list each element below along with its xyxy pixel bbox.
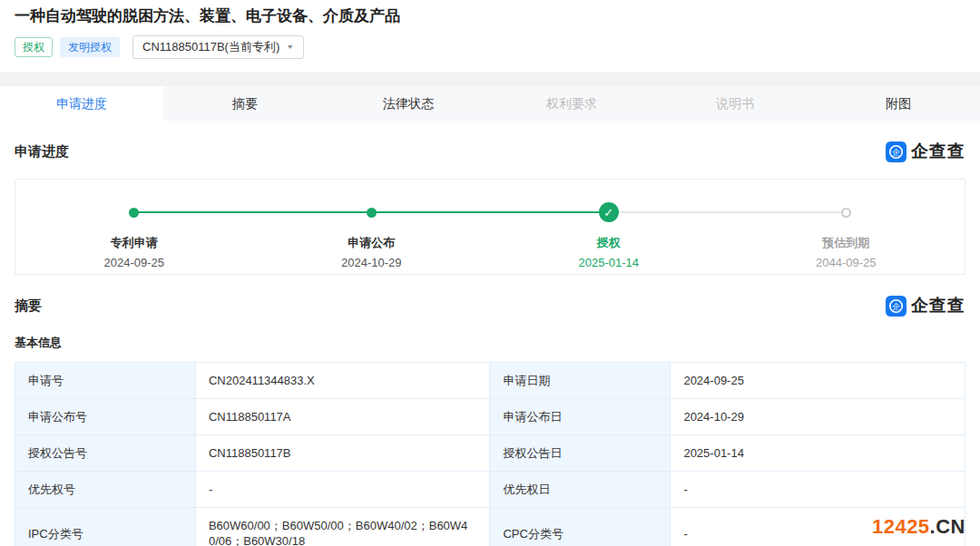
field-value: -: [195, 472, 490, 508]
field-label: 申请号: [15, 363, 196, 399]
qichacha-logo-icon: 企: [886, 296, 906, 317]
abstract-section-head: 摘要 企 企查查: [15, 294, 965, 317]
qichacha-logo-text: 企查查: [911, 140, 965, 163]
tab-3[interactable]: 法律状态: [327, 86, 490, 121]
timeline-stage-name: 授权: [597, 235, 621, 251]
timeline-stage-date: 2044-09-25: [816, 256, 877, 269]
timeline-stage-name: 申请公布: [348, 235, 395, 251]
table-row: 优先权号-优先权日-: [15, 472, 965, 508]
field-value: -: [671, 472, 965, 508]
field-value: 2025-01-14: [671, 435, 965, 472]
watermark-suffix: .CN: [930, 515, 965, 538]
basic-info-table: 申请号CN202411344833.X申请日期2024-09-25申请公布号CN…: [15, 362, 965, 546]
chevron-down-icon: ▼: [286, 44, 294, 51]
basic-info-subheading: 基本信息: [15, 335, 965, 351]
field-value: CN202411344833.X: [195, 363, 490, 399]
type-badge-invention-grant: 发明授权: [60, 37, 120, 57]
timeline-node-4: 预估到期2044-09-25: [728, 203, 965, 269]
timeline-stage-date: 2024-09-25: [104, 256, 165, 269]
timeline-node-1: 专利申请2024-09-25: [15, 203, 253, 269]
field-value: B60W60/00；B60W50/00；B60W40/02；B60W40/06；…: [195, 508, 490, 546]
qichacha-logo-icon: 企: [886, 141, 906, 162]
main-content: 申请进度 企 企查查 专利申请2024-09-25申请公布2024-10-29✓…: [0, 140, 980, 546]
abstract-section-title: 摘要: [15, 297, 42, 315]
timeline-stage-date: 2024-10-29: [341, 256, 402, 269]
tab-bar: 申请进度摘要法律状态权利要求说明书附图: [0, 86, 980, 121]
timeline-node-2: 申请公布2024-10-29: [253, 203, 491, 269]
timeline-dot-wrap: ✓: [599, 203, 619, 221]
tab-1[interactable]: 申请进度: [0, 86, 163, 121]
timeline-nodes: 专利申请2024-09-25申请公布2024-10-29✓授权2025-01-1…: [15, 203, 965, 269]
timeline-dot: [841, 208, 851, 218]
svg-text:企: 企: [892, 147, 900, 156]
field-label: 申请公布日: [490, 399, 671, 435]
patent-title: 一种自动驾驶的脱困方法、装置、电子设备、介质及产品: [15, 5, 965, 27]
field-label: 申请日期: [490, 363, 671, 399]
progress-section-head: 申请进度 企 企查查: [15, 140, 965, 163]
timeline-node-3: ✓授权2025-01-14: [490, 203, 728, 269]
field-value: CN118850117B: [195, 435, 490, 472]
progress-section-title: 申请进度: [15, 143, 69, 161]
field-value: CN118850117A: [195, 399, 490, 435]
page-header: 一种自动驾驶的脱困方法、装置、电子设备、介质及产品 授权 发明授权 CN1188…: [0, 0, 980, 72]
timeline-dot-wrap: [367, 203, 377, 221]
patent-detail-page: 一种自动驾驶的脱困方法、装置、电子设备、介质及产品 授权 发明授权 CN1188…: [0, 0, 980, 546]
timeline-dot-wrap: [841, 203, 851, 221]
watermark-number: 12425: [872, 515, 930, 538]
application-timeline: 专利申请2024-09-25申请公布2024-10-29✓授权2025-01-1…: [15, 179, 965, 275]
watermark: 12425.CN: [872, 515, 965, 539]
table-row: 授权公告号CN118850117B授权公告日2025-01-14: [15, 435, 965, 472]
field-value: 2024-10-29: [671, 399, 965, 435]
tab-5[interactable]: 说明书: [653, 86, 817, 121]
field-value: 2024-09-25: [671, 363, 965, 399]
field-label: 优先权日: [490, 472, 671, 508]
table-row: 申请号CN202411344833.X申请日期2024-09-25: [15, 363, 965, 399]
badge-row: 授权 发明授权 CN118850117B(当前专利) ▼: [15, 35, 965, 59]
timeline-stage-date: 2025-01-14: [579, 256, 640, 269]
timeline-dot: [129, 208, 139, 218]
qichacha-logo: 企 企查查: [886, 140, 965, 163]
timeline-dot: [367, 208, 377, 218]
table-row: IPC分类号B60W60/00；B60W50/00；B60W40/02；B60W…: [15, 508, 965, 546]
timeline-dot-wrap: [129, 203, 139, 221]
field-label: 申请公布号: [15, 399, 196, 435]
timeline-stage-name: 专利申请: [111, 235, 158, 251]
field-label: IPC分类号: [15, 508, 196, 546]
field-label: 授权公告号: [15, 435, 196, 472]
tab-4[interactable]: 权利要求: [490, 86, 653, 121]
check-icon: ✓: [599, 202, 619, 222]
qichacha-logo-text: 企查查: [911, 294, 965, 317]
patent-version-value: CN118850117B(当前专利): [142, 39, 279, 55]
table-row: 申请公布号CN118850117A申请公布日2024-10-29: [15, 399, 965, 435]
svg-text:企: 企: [892, 301, 900, 310]
section-divider: [0, 72, 980, 86]
status-badge-granted: 授权: [15, 37, 53, 57]
tab-6[interactable]: 附图: [817, 86, 980, 121]
patent-version-dropdown[interactable]: CN118850117B(当前专利) ▼: [132, 35, 304, 59]
timeline-stage-name: 预估到期: [822, 235, 869, 251]
field-label: 优先权号: [15, 472, 196, 508]
field-label: CPC分类号: [490, 508, 671, 546]
qichacha-logo: 企 企查查: [886, 294, 965, 317]
tab-2[interactable]: 摘要: [163, 86, 327, 121]
field-label: 授权公告日: [490, 435, 671, 472]
